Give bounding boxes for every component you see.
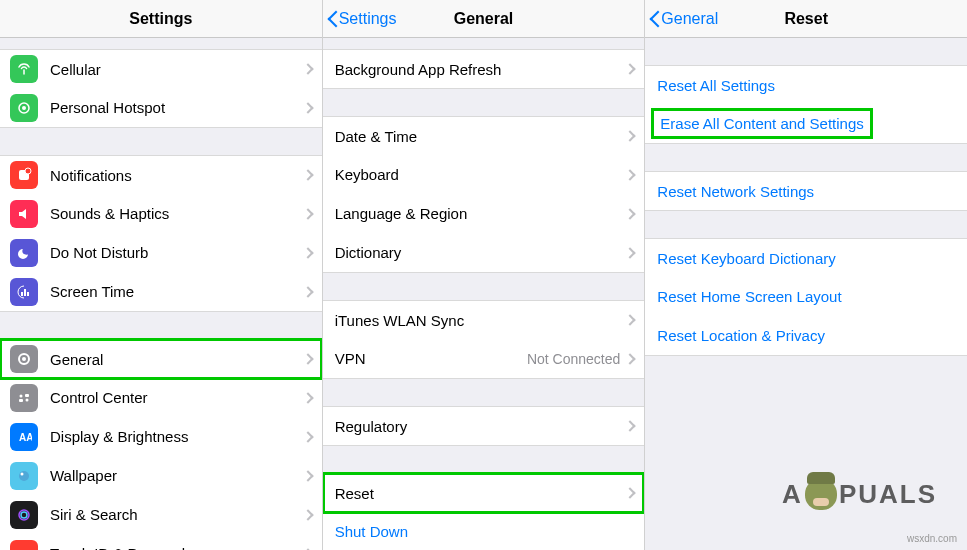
settings-row-dnd[interactable]: Do Not Disturb (0, 233, 322, 273)
settings-row-general[interactable]: General (0, 339, 322, 379)
reset-panel: General Reset Reset All Settings Erase A… (645, 0, 967, 550)
row-label: Dictionary (335, 244, 627, 261)
row-label: Date & Time (335, 128, 627, 145)
svg-point-6 (20, 394, 23, 397)
row-label: Background App Refresh (335, 61, 627, 78)
row-label: Notifications (50, 167, 304, 184)
row-label: VPN (335, 350, 527, 367)
header: Settings (0, 0, 322, 38)
header: General Reset (645, 0, 967, 38)
reset-row[interactable]: Reset All Settings (645, 65, 967, 105)
general-panel: Settings General Background App Refresh … (323, 0, 646, 550)
svg-point-14 (21, 512, 27, 518)
sounds-icon (10, 200, 38, 228)
back-label: General (661, 10, 718, 28)
chevron-left-icon (649, 10, 661, 28)
chevron-right-icon (625, 208, 636, 219)
chevron-right-icon (302, 102, 313, 113)
settings-list: Cellular Personal Hotspot Notifications … (0, 38, 322, 550)
general-icon (10, 345, 38, 373)
general-row[interactable]: Reset (323, 473, 645, 513)
row-label: Erase All Content and Settings (660, 115, 863, 132)
svg-text:AA: AA (19, 432, 32, 443)
svg-point-0 (22, 106, 26, 110)
svg-point-3 (25, 168, 31, 174)
logo-head-icon (805, 478, 837, 510)
svg-rect-7 (19, 399, 23, 402)
settings-row-wallpaper[interactable]: Wallpaper (0, 456, 322, 496)
general-list: Background App Refresh Date & Time Keybo… (323, 38, 645, 550)
chevron-right-icon (302, 169, 313, 180)
settings-row-siri[interactable]: Siri & Search (0, 495, 322, 535)
general-row[interactable]: iTunes WLAN Sync (323, 300, 645, 340)
general-row[interactable]: VPN Not Connected (323, 339, 645, 379)
chevron-right-icon (302, 392, 313, 403)
notifications-icon (10, 161, 38, 189)
watermark: wsxdn.com (907, 533, 957, 544)
touchid-icon (10, 540, 38, 551)
row-label: Reset Home Screen Layout (657, 288, 957, 305)
settings-row-hotspot[interactable]: Personal Hotspot (0, 88, 322, 128)
chevron-right-icon (625, 63, 636, 74)
screentime-icon (10, 278, 38, 306)
settings-row-sounds[interactable]: Sounds & Haptics (0, 194, 322, 234)
back-button[interactable]: General (645, 10, 718, 28)
svg-point-12 (21, 472, 24, 475)
settings-row-notifications[interactable]: Notifications (0, 155, 322, 195)
chevron-right-icon (625, 353, 636, 364)
row-label: Cellular (50, 61, 304, 78)
svg-point-5 (22, 357, 26, 361)
row-value: Not Connected (527, 351, 620, 367)
chevron-right-icon (302, 286, 313, 297)
back-button[interactable]: Settings (323, 10, 397, 28)
row-label: Do Not Disturb (50, 244, 304, 261)
settings-row-display[interactable]: AA Display & Brightness (0, 417, 322, 457)
reset-row[interactable]: Reset Network Settings (645, 171, 967, 211)
settings-root-panel: Settings Cellular Personal Hotspot Notif… (0, 0, 323, 550)
row-label: Regulatory (335, 418, 627, 435)
general-row[interactable]: Background App Refresh (323, 49, 645, 89)
settings-row-screentime[interactable]: Screen Time (0, 272, 322, 312)
chevron-right-icon (302, 470, 313, 481)
display-icon: AA (10, 423, 38, 451)
settings-row-touchid[interactable]: Touch ID & Passcode (0, 534, 322, 550)
page-title: Settings (0, 10, 322, 28)
row-label: General (50, 351, 304, 368)
general-row[interactable]: Dictionary (323, 233, 645, 273)
chevron-right-icon (302, 247, 313, 258)
svg-rect-8 (25, 394, 29, 397)
reset-row[interactable]: Erase All Content and Settings (645, 104, 967, 144)
chevron-right-icon (625, 487, 636, 498)
general-row[interactable]: Language & Region (323, 194, 645, 234)
reset-row[interactable]: Reset Home Screen Layout (645, 277, 967, 317)
appuals-logo: A PUALS (782, 478, 937, 510)
general-row[interactable]: Shut Down (323, 512, 645, 550)
chevron-right-icon (302, 208, 313, 219)
reset-list: Reset All Settings Erase All Content and… (645, 38, 967, 550)
general-row[interactable]: Keyboard (323, 155, 645, 195)
reset-row[interactable]: Reset Location & Privacy (645, 316, 967, 356)
back-label: Settings (339, 10, 397, 28)
row-label: Keyboard (335, 166, 627, 183)
row-label: Touch ID & Passcode (50, 545, 304, 550)
settings-row-controlcenter[interactable]: Control Center (0, 378, 322, 418)
general-row[interactable]: Regulatory (323, 406, 645, 446)
row-label: Siri & Search (50, 506, 304, 523)
svg-point-11 (19, 471, 29, 481)
general-row[interactable]: Date & Time (323, 116, 645, 156)
row-label: Reset All Settings (657, 77, 957, 94)
reset-row[interactable]: Reset Keyboard Dictionary (645, 238, 967, 278)
row-label: iTunes WLAN Sync (335, 312, 627, 329)
settings-row-cellular[interactable]: Cellular (0, 49, 322, 89)
row-label: Wallpaper (50, 467, 304, 484)
row-label: Personal Hotspot (50, 99, 304, 116)
chevron-right-icon (625, 314, 636, 325)
cellular-icon (10, 55, 38, 83)
chevron-right-icon (302, 63, 313, 74)
row-label: Language & Region (335, 205, 627, 222)
chevron-right-icon (302, 431, 313, 442)
row-label: Display & Brightness (50, 428, 304, 445)
siri-icon (10, 501, 38, 529)
hotspot-icon (10, 94, 38, 122)
row-label: Sounds & Haptics (50, 205, 304, 222)
